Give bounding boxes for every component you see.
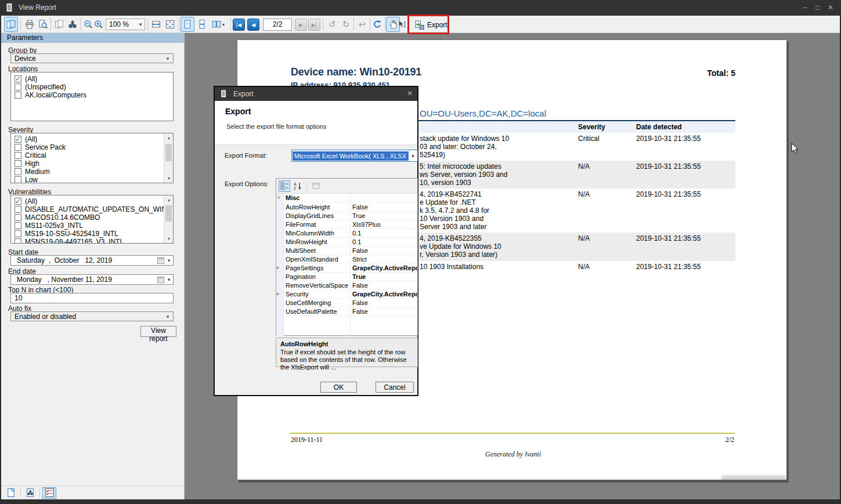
chevron-down-icon[interactable]: ▾ [165,277,173,282]
checkbox[interactable] [15,206,21,213]
chevron-down-icon[interactable]: ▾ [222,22,225,27]
scrollbar[interactable]: ▴ ▾ [164,133,173,183]
property-value[interactable]: False [352,247,417,254]
previous-page-button[interactable]: ◀ [247,19,259,31]
top-n-input[interactable] [10,293,174,303]
list-item[interactable]: Service Pack [11,143,173,151]
checkbox-checked[interactable] [15,198,21,205]
property-row[interactable]: MinRowHeight 0.1 [276,238,417,246]
checkbox-checked[interactable] [15,136,21,143]
zoom-in-button[interactable] [92,17,105,32]
property-value[interactable]: False [352,282,417,289]
property-row[interactable]: ▸ Security GrapeCity.ActiveReports [276,290,417,299]
print-button[interactable] [23,17,37,32]
copy-button[interactable] [52,17,66,32]
list-item[interactable]: Low [11,176,173,183]
multi-page-view-button[interactable]: ▾ [209,17,228,32]
checkbox[interactable] [15,168,21,175]
list-item[interactable]: MS11-025v3_INTL [11,222,173,230]
list-item[interactable]: High [11,159,173,168]
property-row[interactable]: ▸ PageSettings GrapeCity.ActiveReports [276,264,417,273]
property-value[interactable]: 0.1 [352,230,417,237]
last-page-button[interactable]: ▶| [308,19,320,31]
list-item[interactable]: (All) [11,75,173,83]
property-row[interactable]: OpenXmlStandard Strict [276,255,417,264]
export-format-combobox[interactable]: Microsoft Excel WorkBook( XLS , XLSX ) ▾ [291,150,418,162]
list-item[interactable]: AK.local/Computers [11,91,173,99]
locations-listbox[interactable]: (All) (Unspecified) AK.local/Computers [10,72,174,121]
list-item[interactable]: (Unspecified) [11,83,173,91]
property-row[interactable]: MinColumnWidth 0.1 [276,229,417,238]
scroll-down-icon[interactable]: ▾ [164,174,174,183]
list-item[interactable]: (All) [11,135,173,143]
cancel-button[interactable]: Cancel [376,382,414,393]
list-item[interactable]: MS19-10-SSU-4525419_INTL [11,230,173,238]
close-icon[interactable]: ✕ [825,2,836,13]
property-value[interactable]: False [352,299,417,306]
scroll-up-icon[interactable]: ▴ [164,133,174,142]
list-item[interactable]: Critical [11,151,173,159]
property-row[interactable]: Pagination True [276,273,417,281]
close-icon[interactable]: ✕ [407,89,413,97]
chevron-down-icon[interactable]: ▾ [136,21,145,27]
find-button[interactable] [66,17,80,32]
calendar-icon[interactable] [157,276,165,284]
auto-fix-combobox[interactable]: Enabled or disabled ▾ [10,311,174,321]
property-value[interactable]: True [352,212,417,219]
property-row[interactable]: UseCellMerging False [276,299,417,307]
scroll-down-icon[interactable]: ▾ [164,234,174,243]
next-page-button[interactable]: ▶ [295,19,307,31]
checkbox[interactable] [15,160,21,167]
checkbox[interactable] [15,176,21,183]
property-value[interactable]: GrapeCity.ActiveReports [352,291,417,298]
text-select-tool-button[interactable] [398,17,407,32]
alphabetical-sort-button[interactable]: AZ [292,180,304,192]
scrollbar-thumb[interactable] [165,205,172,222]
checkbox[interactable] [15,92,21,99]
chevron-down-icon[interactable]: ▾ [165,258,173,263]
checkbox[interactable] [15,238,21,244]
start-date-picker[interactable]: Saturday , October 12, 2019 ▾ [10,255,174,266]
property-value[interactable]: 0.1 [352,238,417,245]
end-date-picker[interactable]: Monday , November 11, 2019 ▾ [10,274,174,285]
fit-width-button[interactable] [149,17,163,32]
search-results-button[interactable] [23,487,37,499]
maximize-icon[interactable]: □ [812,2,824,13]
history-back-button[interactable]: ↺ [325,17,339,32]
property-value[interactable]: GrapeCity.ActiveReports [352,264,417,271]
minimize-icon[interactable]: – [799,2,811,13]
history-forward-button[interactable]: ↻ [339,17,353,32]
group-by-combobox[interactable]: Device ▾ [10,53,174,63]
list-item[interactable]: Medium [11,168,173,176]
property-row[interactable]: AutoRowHeight False [276,203,417,212]
chevron-down-icon[interactable]: ▾ [163,314,173,320]
checkbox[interactable] [15,214,21,221]
property-value[interactable]: True [352,273,417,280]
checkbox[interactable] [15,152,21,159]
view-report-button[interactable]: View report [140,326,176,337]
print-preview-button[interactable] [36,17,50,32]
property-value[interactable]: False [352,308,417,315]
page-number-input[interactable]: 2/2 [263,19,292,31]
property-row[interactable]: DisplayGridLines True [276,212,417,220]
categorized-view-button[interactable] [279,180,290,192]
parameters-tab-button[interactable] [42,487,56,499]
zoom-level-combobox[interactable]: 100 % ▾ [106,19,145,30]
list-item[interactable]: (All) [11,197,173,205]
scroll-up-icon[interactable]: ▴ [164,195,174,204]
expand-icon[interactable]: ▸ [277,264,284,270]
property-row[interactable]: UseDefaultPalette False [276,307,417,316]
collapse-icon[interactable]: ∨ [277,194,284,200]
single-page-view-button[interactable] [181,17,194,32]
checkbox[interactable] [15,144,21,151]
page-thumbnails-button[interactable] [4,487,18,499]
ok-button[interactable]: OK [320,382,357,393]
expand-icon[interactable]: ▸ [277,291,284,296]
property-category-row[interactable]: ∨ Misc [276,194,417,202]
property-row[interactable]: MultiSheet False [276,246,417,255]
scrollbar-thumb[interactable] [165,144,172,161]
scrollbar[interactable]: ▴ ▾ [164,195,173,243]
continuous-view-button[interactable] [195,17,209,32]
property-row[interactable]: RemoveVerticalSpace False [276,281,417,290]
checkbox[interactable] [15,84,21,90]
